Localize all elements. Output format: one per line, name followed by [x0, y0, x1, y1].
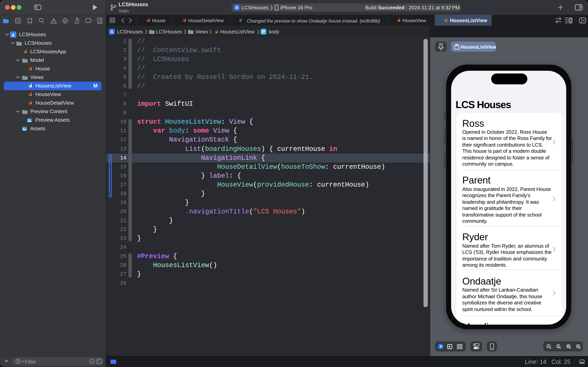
- svg-text:1: 1: [557, 344, 559, 348]
